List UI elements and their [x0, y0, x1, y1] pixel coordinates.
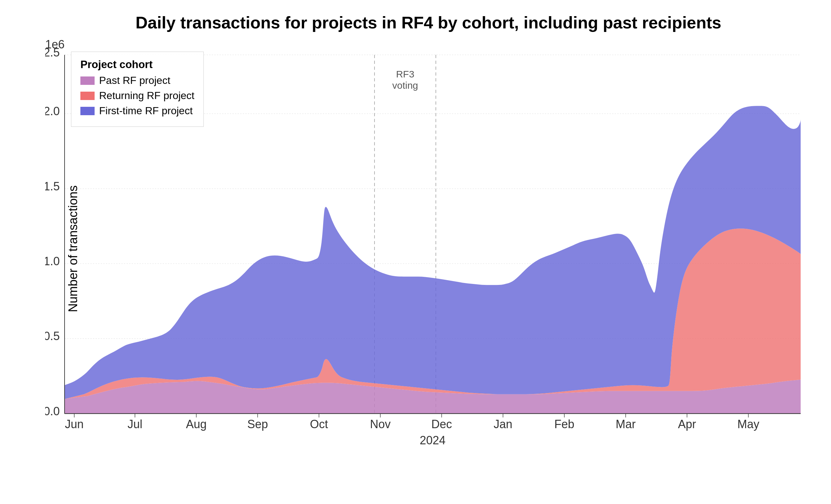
legend-swatch-past [80, 77, 94, 85]
svg-text:2024: 2024 [420, 434, 446, 447]
legend-item-returning: Returning RF project [80, 90, 194, 101]
svg-text:2.0: 2.0 [45, 105, 60, 118]
svg-text:Mar: Mar [616, 417, 636, 431]
svg-text:RF3: RF3 [396, 69, 414, 79]
legend-swatch-firsttime [80, 107, 94, 115]
svg-text:Feb: Feb [554, 417, 574, 431]
chart-legend: Project cohort Past RF project Returning… [71, 52, 204, 127]
svg-text:May: May [737, 417, 759, 431]
legend-label-past: Past RF project [99, 75, 170, 87]
svg-text:Apr: Apr [678, 417, 696, 431]
chart-title: Daily transactions for projects in RF4 b… [45, 13, 812, 32]
y-axis-label: Number of transactions [66, 185, 80, 312]
svg-text:Dec: Dec [431, 417, 452, 431]
legend-item-past: Past RF project [80, 75, 194, 87]
legend-label-returning: Returning RF project [99, 90, 194, 101]
svg-text:Jan: Jan [494, 417, 512, 431]
legend-label-firsttime: First-time RF project [99, 105, 193, 117]
svg-text:Aug: Aug [186, 417, 207, 431]
chart-area: Number of transactions 1e6 0.0 0.5 [45, 39, 812, 459]
legend-title: Project cohort [80, 58, 194, 71]
svg-text:voting: voting [392, 80, 418, 91]
legend-swatch-returning [80, 92, 94, 100]
svg-text:0.5: 0.5 [45, 329, 60, 343]
svg-text:Jun: Jun [65, 417, 84, 431]
svg-text:2.5: 2.5 [45, 46, 60, 59]
chart-container: Daily transactions for projects in RF4 b… [0, 0, 831, 504]
svg-text:1.5: 1.5 [45, 180, 60, 193]
svg-text:Nov: Nov [370, 417, 391, 431]
svg-text:1.0: 1.0 [45, 255, 60, 268]
legend-item-firsttime: First-time RF project [80, 105, 194, 117]
svg-text:Sep: Sep [247, 417, 268, 431]
svg-text:Jul: Jul [127, 417, 142, 431]
svg-text:0.0: 0.0 [45, 405, 60, 418]
svg-text:Oct: Oct [310, 417, 328, 431]
